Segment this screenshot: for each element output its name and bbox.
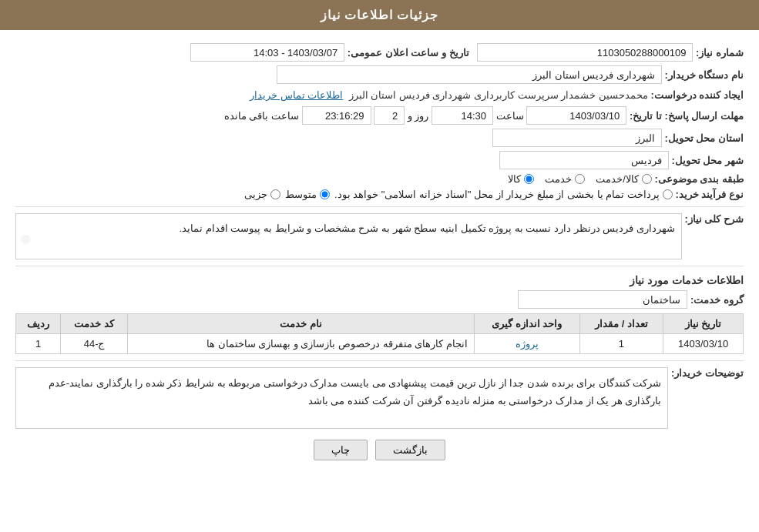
category-radio-kala-label: کالا bbox=[508, 173, 521, 185]
need-number-row: شماره نیاز: 1103050288000109 تاریخ و ساع… bbox=[15, 43, 744, 62]
col-row-num: ردیف bbox=[16, 314, 61, 334]
content-area: شماره نیاز: 1103050288000109 تاریخ و ساع… bbox=[0, 30, 759, 480]
col-service-code: کد خدمت bbox=[61, 314, 128, 334]
purchase-radio-mutavasset[interactable]: متوسط bbox=[285, 189, 330, 200]
purchase-type-row: نوع فرآیند خرید: پرداخت تمام یا بخشی از … bbox=[15, 189, 744, 200]
category-radio-khidmat[interactable]: خدمت bbox=[545, 173, 585, 185]
service-group-value: ساختمان bbox=[518, 290, 687, 309]
divider-2 bbox=[15, 266, 744, 266]
col-service-name: نام خدمت bbox=[127, 314, 474, 334]
col-quantity: تعداد / مقدار bbox=[579, 314, 663, 334]
category-radio-kala-khidmat-label: کالا/خدمت bbox=[596, 173, 639, 185]
purchase-radio-group: پرداخت تمام یا بخشی از مبلغ خریدار از مح… bbox=[244, 189, 673, 200]
purchase-radio-esnad-label: پرداخت تمام یا بخشی از مبلغ خریدار از مح… bbox=[334, 189, 660, 200]
creator-value: محمدحسین خشمدار سرپرست کاربرداری شهرداری… bbox=[349, 88, 648, 102]
table-row: 1403/03/10 1 پروژه انجام کارهای متفرقه د… bbox=[16, 334, 744, 354]
contact-link[interactable]: اطلاعات تماس خریدار bbox=[250, 89, 343, 101]
category-radio-khidmat-input[interactable] bbox=[575, 174, 585, 184]
reply-remaining-label: ساعت باقی مانده bbox=[224, 110, 299, 122]
reply-days: 2 bbox=[374, 106, 405, 125]
city-label: شهر محل تحویل: bbox=[671, 155, 744, 166]
purchase-radio-jozii-label: جزیی bbox=[244, 189, 267, 200]
services-section-title: اطلاعات خدمات مورد نیاز bbox=[15, 274, 744, 286]
cell-service-code: ج-44 bbox=[61, 334, 128, 354]
reply-date: 1403/03/10 bbox=[526, 106, 626, 125]
purchase-radio-mutavasset-label: متوسط bbox=[285, 189, 317, 200]
buyer-org-row: نام دستگاه خریدار: شهرداری فردیس استان ا… bbox=[15, 65, 744, 84]
print-button[interactable]: چاپ bbox=[314, 440, 368, 460]
category-label: طبقه بندی موضوعی: bbox=[654, 173, 744, 185]
category-radio-group: کالا/خدمت خدمت کالا bbox=[508, 173, 652, 185]
category-radio-kala[interactable]: کالا bbox=[508, 173, 534, 185]
services-table-header-row: تاریخ نیاز تعداد / مقدار واحد اندازه گیر… bbox=[16, 314, 744, 334]
province-label: استان محل تحویل: bbox=[664, 132, 744, 144]
divider-1 bbox=[15, 206, 744, 207]
announce-label: تاریخ و ساعت اعلان عمومی: bbox=[348, 47, 469, 59]
need-desc-value: شهرداری فردیس درنظر دارد نسبت به پروژه ت… bbox=[180, 223, 675, 234]
purchase-radio-mutavasset-input[interactable] bbox=[320, 189, 330, 199]
reply-deadline-label: مهلت ارسال پاسخ: تا تاریخ: bbox=[630, 110, 744, 122]
category-radio-kala-input[interactable] bbox=[524, 174, 534, 184]
reply-remaining: 23:16:29 bbox=[302, 106, 371, 125]
announce-value: 1403/03/07 - 14:03 bbox=[190, 43, 344, 62]
reply-time: 14:30 bbox=[432, 106, 493, 125]
purchase-radio-jozii-input[interactable] bbox=[270, 189, 280, 199]
need-number-value: 1103050288000109 bbox=[477, 43, 693, 62]
buyer-notes-row: توضیحات خریدار: شرکت کنندگان برای برنده … bbox=[15, 367, 744, 429]
reply-deadline-row: مهلت ارسال پاسخ: تا تاریخ: 1403/03/10 سا… bbox=[15, 106, 744, 125]
cell-service-name: انجام کارهای متفرقه درخصوص بازسازی و بهس… bbox=[127, 334, 474, 354]
need-number-label: شماره نیاز: bbox=[696, 47, 744, 59]
button-row: بازگشت چاپ bbox=[15, 440, 744, 460]
page-header: جزئیات اطلاعات نیاز bbox=[0, 0, 759, 30]
purchase-radio-esnad-input[interactable] bbox=[663, 189, 673, 199]
creator-row: ایجاد کننده درخواست: محمدحسین خشمدار سرپ… bbox=[15, 88, 744, 102]
cell-unit: پروژه bbox=[474, 334, 579, 354]
need-desc-row: شرح کلی نیاز: شهرداری فردیس درنظر دارد ن… bbox=[15, 213, 744, 259]
buyer-org-label: نام دستگاه خریدار: bbox=[664, 69, 744, 81]
city-row: شهر محل تحویل: فردیس bbox=[15, 151, 744, 169]
reply-time-label: ساعت bbox=[496, 110, 524, 122]
category-radio-khidmat-label: خدمت bbox=[545, 173, 572, 185]
reply-days-label: روز و bbox=[408, 110, 429, 122]
watermark: ● bbox=[19, 220, 32, 257]
city-value: فردیس bbox=[499, 151, 669, 169]
page-container: جزئیات اطلاعات نیاز شماره نیاز: 11030502… bbox=[0, 0, 759, 532]
purchase-type-label: نوع فرآیند خرید: bbox=[675, 189, 744, 200]
category-radio-kala-khidmat[interactable]: کالا/خدمت bbox=[596, 173, 652, 185]
purchase-radio-jozii[interactable]: جزیی bbox=[244, 189, 280, 200]
need-desc-label: شرح کلی نیاز: bbox=[684, 213, 744, 225]
col-date: تاریخ نیاز bbox=[663, 314, 744, 334]
header-title: جزئیات اطلاعات نیاز bbox=[321, 8, 439, 22]
service-group-row: گروه خدمت: ساختمان bbox=[15, 290, 744, 309]
divider-3 bbox=[15, 360, 744, 361]
province-value: البرز bbox=[492, 129, 662, 147]
services-table: تاریخ نیاز تعداد / مقدار واحد اندازه گیر… bbox=[15, 313, 744, 354]
buyer-notes-label: توضیحات خریدار: bbox=[671, 367, 744, 379]
creator-label: ایجاد کننده درخواست: bbox=[650, 89, 744, 101]
purchase-radio-esnad[interactable]: پرداخت تمام یا بخشی از مبلغ خریدار از مح… bbox=[334, 189, 673, 200]
category-radio-kala-khidmat-input[interactable] bbox=[642, 174, 652, 184]
back-button[interactable]: بازگشت bbox=[375, 440, 445, 460]
col-unit: واحد اندازه گیری bbox=[474, 314, 579, 334]
cell-date: 1403/03/10 bbox=[663, 334, 744, 354]
service-group-label: گروه خدمت: bbox=[690, 294, 744, 306]
buyer-org-value: شهرداری فردیس استان البرز bbox=[277, 65, 662, 84]
category-row: طبقه بندی موضوعی: کالا/خدمت خدمت کالا bbox=[15, 173, 744, 185]
cell-row-num: 1 bbox=[16, 334, 61, 354]
need-desc-box: شهرداری فردیس درنظر دارد نسبت به پروژه ت… bbox=[15, 213, 682, 259]
buyer-notes-value: شرکت کنندگان برای برنده شدن جدا از نازل … bbox=[49, 377, 662, 407]
province-row: استان محل تحویل: البرز bbox=[15, 129, 744, 147]
buyer-notes-box: شرکت کنندگان برای برنده شدن جدا از نازل … bbox=[15, 367, 668, 429]
cell-quantity: 1 bbox=[579, 334, 663, 354]
